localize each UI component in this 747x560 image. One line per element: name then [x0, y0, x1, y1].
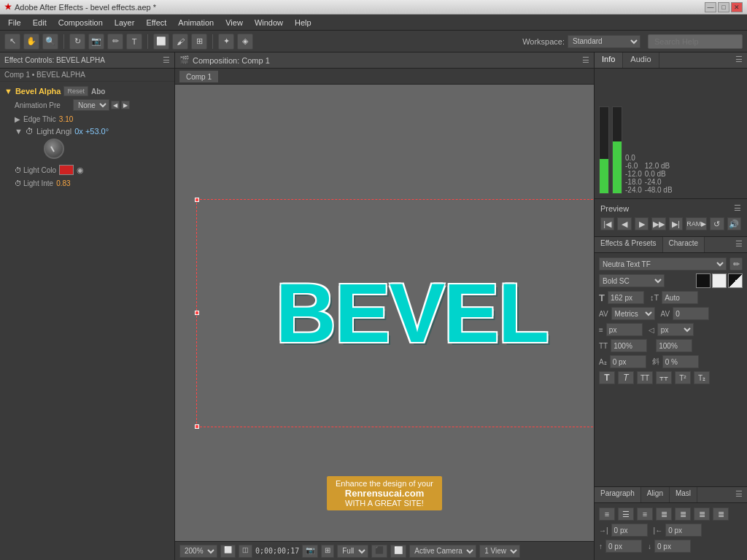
menu-view[interactable]: View [220, 17, 248, 28]
tsukuri-input[interactable] [662, 355, 699, 368]
light-angle-value[interactable]: 0x +53.0° [74, 127, 109, 136]
panel-menu-icon[interactable]: ☰ [163, 55, 170, 65]
prev-back-btn[interactable]: ◀ [617, 217, 631, 230]
para-panel-menu[interactable]: ☰ [731, 487, 747, 502]
menu-edit[interactable]: Edit [28, 17, 52, 28]
zoom-fit-btn[interactable]: ⬜ [220, 545, 236, 558]
bevel-alpha-section[interactable]: ▼ Bevel Alpha Reset Abo [0, 85, 174, 98]
character-tab[interactable]: Characte [663, 237, 705, 252]
views-count-select[interactable]: 1 View [479, 545, 520, 558]
edge-thickness-value[interactable]: 3.10 [59, 115, 73, 123]
stopwatch-light-intensity[interactable]: ⏱ [15, 179, 22, 187]
light-angle-expand[interactable]: ▼ [15, 127, 23, 136]
light-intensity-value[interactable]: 0.83 [56, 179, 70, 187]
leading-value-input[interactable] [606, 323, 643, 336]
font-eyedropper-btn[interactable]: ✏ [729, 257, 743, 271]
reset-button[interactable]: Reset [63, 86, 88, 96]
zoom-select[interactable]: 200% [179, 545, 217, 558]
indent-right-input[interactable] [665, 524, 702, 537]
prev-play-btn[interactable]: ▶ [635, 217, 649, 230]
comp-panel-menu[interactable]: ☰ [582, 55, 589, 65]
show-channel-btn[interactable]: ⊞ [321, 545, 334, 558]
color-swatch-split[interactable] [728, 273, 743, 288]
snapshot-btn[interactable]: 📷 [302, 545, 318, 558]
menu-window[interactable]: Window [249, 17, 288, 28]
prev-ram-btn[interactable]: RAM▶ [686, 217, 707, 230]
tool-camera[interactable]: 📷 [88, 34, 104, 50]
menu-composition[interactable]: Composition [53, 17, 108, 28]
italic-btn[interactable]: T [618, 371, 634, 384]
stopwatch-light-angle[interactable]: ⏱ [26, 127, 34, 136]
audio-tab[interactable]: Audio [623, 52, 659, 68]
justify-center-btn[interactable]: ≣ [675, 508, 691, 521]
tool-puppet[interactable]: ◈ [237, 34, 253, 50]
font-name-select[interactable]: Neutra Text TF [599, 257, 727, 271]
leading-input[interactable] [662, 291, 698, 304]
zoom-fill-btn[interactable]: ◫ [239, 545, 252, 558]
tool-zoom[interactable]: 🔍 [42, 34, 58, 50]
justify-left-btn[interactable]: ≣ [656, 508, 672, 521]
info-panel-menu[interactable]: ☰ [731, 52, 747, 68]
light-color-swatch[interactable] [59, 165, 74, 175]
next-arrow-btn[interactable]: ▶ [121, 101, 130, 109]
paragraph-tab[interactable]: Paragraph [595, 487, 641, 502]
baseline-input[interactable] [610, 355, 646, 368]
comp-viewport[interactable]: BEVEL Enhance the design of your Renrens… [175, 85, 594, 541]
view-select[interactable]: Active Camera [409, 545, 476, 558]
align-right-btn[interactable]: ≡ [637, 508, 653, 521]
subscript-btn[interactable]: T₂ [694, 371, 710, 384]
mask-tab[interactable]: Masl [670, 487, 697, 502]
font-style-select[interactable]: Bold SC [599, 274, 665, 287]
tool-brush[interactable]: 🖌 [172, 34, 188, 50]
edge-thickness-expand[interactable]: ▶ [15, 115, 20, 123]
comp-tab-comp1[interactable]: Comp 1 [179, 71, 218, 82]
align-left-btn[interactable]: ≡ [599, 508, 615, 521]
prev-last-btn[interactable]: ▶| [669, 217, 683, 230]
info-tab[interactable]: Info [595, 52, 623, 68]
leading2-select[interactable]: px [657, 323, 694, 336]
space-before-input[interactable] [605, 540, 642, 553]
ec-panel-menu[interactable]: ☰ [731, 237, 747, 252]
color-swatch-black[interactable] [696, 273, 711, 288]
search-help-input[interactable] [648, 34, 743, 49]
menu-animation[interactable]: Animation [173, 17, 219, 28]
prev-loop-btn[interactable]: ↺ [710, 217, 724, 230]
light-angle-dial[interactable] [44, 139, 64, 159]
tool-text[interactable]: T [126, 34, 142, 50]
scale-v-input[interactable] [656, 339, 692, 352]
tracking-select[interactable]: Metrics [611, 307, 655, 320]
tool-selection[interactable]: ↖ [4, 34, 20, 50]
prev-fwd-btn[interactable]: ▶▶ [651, 217, 665, 230]
scale-h-input[interactable] [611, 339, 647, 352]
roi-btn[interactable]: ⬛ [371, 545, 387, 558]
color-swatch-white[interactable] [712, 273, 727, 288]
tool-hand[interactable]: ✋ [23, 34, 39, 50]
menu-effect[interactable]: Effect [141, 17, 171, 28]
prev-mute-btn[interactable]: 🔊 [727, 217, 741, 230]
smallcaps-btn[interactable]: ᴛᴛ [656, 371, 672, 384]
preview-panel-menu[interactable]: ☰ [734, 203, 741, 213]
minimize-button[interactable]: — [705, 2, 716, 12]
allcaps-btn[interactable]: TT [637, 371, 653, 384]
transparency-btn[interactable]: ⬜ [390, 545, 406, 558]
menu-file[interactable]: File [3, 17, 26, 28]
stopwatch-light-color[interactable]: ⏱ [15, 166, 22, 174]
align-center-btn[interactable]: ☰ [618, 508, 634, 521]
tool-pen[interactable]: ✏ [107, 34, 123, 50]
tracking-value-input[interactable] [673, 307, 709, 320]
effects-presets-tab[interactable]: Effects & Presets [595, 237, 663, 252]
justify-right-btn[interactable]: ≣ [694, 508, 710, 521]
menu-layer[interactable]: Layer [109, 17, 140, 28]
tool-shape[interactable]: ⬜ [153, 34, 169, 50]
quality-select[interactable]: Full [337, 545, 368, 558]
close-button[interactable]: ✕ [731, 2, 743, 12]
menu-help[interactable]: Help [290, 17, 317, 28]
bold-btn[interactable]: T [599, 371, 615, 384]
prev-arrow-btn[interactable]: ◀ [111, 101, 120, 109]
justify-full-btn[interactable]: ≣ [713, 508, 729, 521]
tool-rotate[interactable]: ↻ [69, 34, 85, 50]
space-after-input[interactable] [654, 540, 691, 553]
eyedropper-icon[interactable]: ◉ [77, 166, 84, 175]
tool-stamp[interactable]: ⊞ [191, 34, 207, 50]
indent-left-input[interactable] [611, 524, 648, 537]
